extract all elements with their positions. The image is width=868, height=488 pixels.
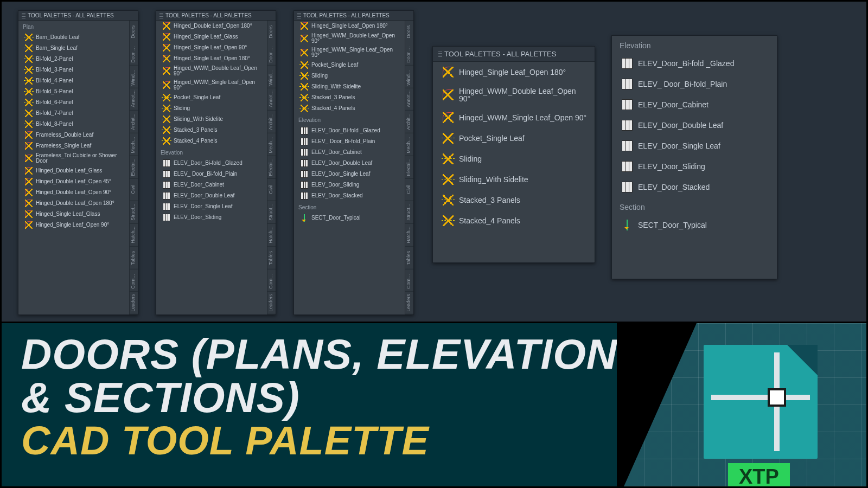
tool-item[interactable]: Hinged_WWM_Double Leaf_Open 90°: [294, 31, 405, 46]
tool-item[interactable]: Bi-fold_6-Panel: [18, 97, 129, 108]
palette-title-bar[interactable]: TOOL PALETTES - ALL PALETTES: [156, 11, 276, 21]
side-tab[interactable]: Windo...: [130, 66, 138, 88]
tool-item[interactable]: ELEV_ Door_Bi-fold_Plain: [612, 74, 777, 94]
palette-title-bar[interactable]: TOOL PALETTES - ALL PALETTES: [18, 11, 138, 21]
tool-item[interactable]: Stacked_4 Panels: [294, 103, 405, 114]
tool-item[interactable]: ELEV_Door_Bi-fold _Glazed: [294, 125, 405, 136]
tool-item[interactable]: Pocket_Single Leaf: [294, 60, 405, 70]
side-tab[interactable]: Windo...: [267, 66, 276, 88]
tool-item[interactable]: Hinged_Double Leaf_Open 45°: [18, 176, 129, 187]
tool-item[interactable]: ELEV_Door_Double Leaf: [294, 158, 405, 169]
tool-item[interactable]: ELEV_Door_Cabinet: [294, 147, 405, 158]
tool-item[interactable]: Pocket_Single Leaf: [156, 92, 267, 103]
tool-item[interactable]: Bi-fold_2-Panel: [18, 54, 129, 65]
side-tab[interactable]: Struct...: [405, 201, 413, 224]
side-tab[interactable]: Door P...: [130, 43, 138, 66]
tool-item[interactable]: ELEV_Door_Single Leaf: [294, 169, 405, 179]
side-tab[interactable]: Electri...: [267, 156, 276, 179]
tool-item[interactable]: Hinged_Single Leaf_Glass: [18, 209, 129, 220]
side-tab[interactable]: Struct...: [130, 201, 138, 224]
tool-item[interactable]: ELEV_Door_Sliding: [156, 212, 267, 223]
side-tab[interactable]: Civil: [267, 178, 276, 201]
side-tab[interactable]: Comm...: [130, 269, 138, 292]
side-tab[interactable]: Mecha...: [130, 133, 138, 156]
tool-item[interactable]: Frameless_Single Leaf: [18, 140, 129, 151]
tool-item[interactable]: Stacked_4 Panels: [433, 210, 595, 231]
side-tab[interactable]: Tables: [405, 247, 413, 269]
grip-icon[interactable]: [159, 13, 163, 18]
side-tab[interactable]: Leaders: [130, 292, 138, 314]
tool-item[interactable]: Bi-fold_8-Panel: [18, 119, 129, 130]
tool-item[interactable]: ELEV_Door_Single Leaf: [156, 201, 267, 212]
tool-item[interactable]: Frameless_Toi Cubicle or Shower Door: [18, 151, 129, 165]
tool-item[interactable]: Bi-fold_3-Panel: [18, 65, 129, 75]
tool-item[interactable]: ELEV_Door_Cabinet: [612, 94, 777, 115]
side-tab[interactable]: Archit...: [130, 111, 138, 133]
side-tab[interactable]: Door P...: [405, 43, 413, 66]
grip-icon[interactable]: [22, 13, 25, 18]
side-tab[interactable]: Tables: [267, 247, 276, 269]
side-tab[interactable]: Hatch...: [130, 224, 138, 247]
side-tab[interactable]: Leaders: [405, 292, 413, 314]
tool-item[interactable]: ELEV_Door_Sliding: [612, 156, 777, 177]
side-tab[interactable]: Annot...: [267, 88, 276, 111]
tool-item[interactable]: Hinged_WWM_Single Leaf_Open 90°: [433, 107, 595, 128]
grip-icon[interactable]: [297, 13, 301, 18]
tool-item[interactable]: ELEV_Door_Sliding: [294, 179, 405, 190]
side-tab[interactable]: Comm...: [405, 269, 413, 292]
tool-item[interactable]: Hinged_WWM_Single Leaf_Open 90°: [156, 78, 267, 92]
tool-item[interactable]: ELEV_Door_Double Leaf: [612, 115, 777, 136]
tool-item[interactable]: ELEV_ Door_Bi-fold_Plain: [156, 169, 267, 179]
side-tab[interactable]: Leaders: [267, 292, 276, 314]
tool-item[interactable]: Hinged_WWM_Single Leaf_Open 90°: [294, 46, 405, 60]
tool-item[interactable]: Hinged_Double Leaf_Open 180°: [18, 198, 129, 209]
side-tab[interactable]: Annot...: [405, 88, 413, 111]
tool-item[interactable]: Bi-fold_4-Panel: [18, 75, 129, 86]
side-tab[interactable]: Hatch...: [267, 224, 276, 247]
side-tab[interactable]: Mecha...: [405, 133, 413, 156]
tool-item[interactable]: Hinged_WWM_Double Leaf_Open 90°: [156, 64, 267, 78]
tool-item[interactable]: Hinged_Single Leaf_Open 180°: [294, 21, 405, 31]
tool-item[interactable]: ELEV_Door_Single Leaf: [612, 136, 777, 156]
grip-icon[interactable]: [438, 52, 442, 57]
tool-item[interactable]: Hinged_Single Leaf_Open 180°: [156, 53, 267, 64]
side-tab[interactable]: Doors: [405, 21, 413, 43]
tool-item[interactable]: ELEV_Door_Stacked: [294, 190, 405, 201]
side-tab[interactable]: Archit...: [267, 111, 276, 133]
side-tab[interactable]: Doors: [130, 21, 138, 43]
tool-item[interactable]: ELEV_Door_Bi-fold _Glazed: [612, 53, 777, 74]
tool-item[interactable]: Barn_Single Leaf: [18, 43, 129, 54]
tool-item[interactable]: Sliding_With Sidelite: [433, 169, 595, 190]
side-tab[interactable]: Doors: [267, 21, 276, 43]
side-tab[interactable]: Civil: [130, 178, 138, 201]
tool-item[interactable]: Hinged_Single Leaf_Glass: [156, 31, 267, 42]
side-tab[interactable]: Struct...: [267, 201, 276, 224]
side-tab[interactable]: Archit...: [405, 111, 413, 133]
side-tab[interactable]: Annot...: [130, 88, 138, 111]
tool-item[interactable]: Sliding: [433, 149, 595, 169]
side-tab[interactable]: Electri...: [405, 156, 413, 179]
tool-item[interactable]: Stacked_3 Panels: [294, 92, 405, 103]
tool-item[interactable]: Sliding_With Sidelite: [294, 81, 405, 92]
tool-item[interactable]: Stacked_3 Panels: [156, 125, 267, 136]
tool-item[interactable]: Hinged_Double Leaf_Open 90°: [18, 187, 129, 198]
tool-item[interactable]: ELEV_Door_Bi-fold _Glazed: [156, 158, 267, 169]
side-tab[interactable]: Windo...: [405, 66, 413, 88]
side-tab[interactable]: Mecha...: [267, 133, 276, 156]
tool-item[interactable]: ELEV_ Door_Bi-fold_Plain: [294, 136, 405, 147]
tool-item[interactable]: Hinged_Double Leaf_Open 180°: [156, 21, 267, 31]
tool-item[interactable]: Bi-fold_5-Panel: [18, 86, 129, 97]
tool-item[interactable]: Stacked_3 Panels: [433, 190, 595, 210]
tool-item[interactable]: Frameless_Double Leaf: [18, 130, 129, 140]
side-tab[interactable]: Door P...: [267, 43, 276, 66]
tool-item[interactable]: ELEV_Door_Double Leaf: [156, 190, 267, 201]
tool-item[interactable]: Hinged_WWM_Double Leaf_Open 90°: [433, 82, 595, 107]
tool-item[interactable]: ELEV_Door_Cabinet: [156, 179, 267, 190]
side-tab[interactable]: Tables: [130, 247, 138, 269]
tool-item[interactable]: Hinged_Single Leaf_Open 90°: [18, 220, 129, 230]
palette-title-bar[interactable]: TOOL PALETTES - ALL PALETTES: [433, 47, 595, 62]
tool-item[interactable]: Sliding_With Sidelite: [156, 114, 267, 125]
side-tab[interactable]: Electri...: [130, 156, 138, 179]
tool-item[interactable]: Barn_Double Leaf: [18, 32, 129, 43]
tool-item[interactable]: SECT_Door_Typical: [612, 215, 777, 235]
